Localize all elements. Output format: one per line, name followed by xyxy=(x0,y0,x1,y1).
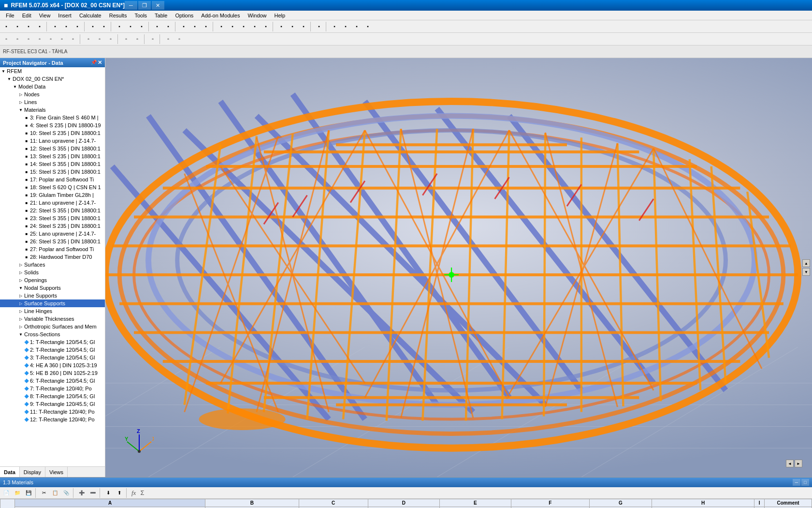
tree-item-cs8[interactable]: 🔷8: T-Rectangle 120/54.5; Gl xyxy=(0,392,105,400)
tree-item-model[interactable]: ▼Model Data xyxy=(0,83,105,90)
menu-item-options[interactable]: Options xyxy=(171,11,197,20)
toolbar2-btn-view-back[interactable]: ▫ xyxy=(12,34,23,45)
toolbar-btn-cut[interactable]: ▪ xyxy=(50,21,60,32)
toolbar-btn-node[interactable]: ▪ xyxy=(227,21,238,32)
tree-item-mat21[interactable]: ■21: Lano upravene | Z-14.7- xyxy=(0,199,105,207)
toolbar-btn-first[interactable]: ▪ xyxy=(351,21,362,32)
nav-tab-views[interactable]: Views xyxy=(45,467,68,477)
tree-item-cross_sec[interactable]: ▼Cross-Sections xyxy=(0,330,105,338)
tree-item-rfem[interactable]: ▼RFEM xyxy=(0,67,105,75)
menu-item-file[interactable]: File xyxy=(2,11,18,20)
viewport-next-btn[interactable]: ► xyxy=(795,460,802,467)
tree-item-mat22[interactable]: ■22: Steel S 355 | DIN 18800:1 xyxy=(0,207,105,214)
tree-item-mat3[interactable]: ■3: Fine Grain Steel S 460 M | xyxy=(0,114,105,121)
toolbar2-btn-view-top[interactable]: ▫ xyxy=(45,34,56,45)
col-header-I[interactable]: I xyxy=(754,499,765,507)
tb-cut[interactable]: ✂ xyxy=(39,488,49,498)
toolbar-btn-zoom-out[interactable]: ▪ xyxy=(125,21,136,32)
toolbar-btn-line-load[interactable]: ▪ xyxy=(287,21,298,32)
nav-tab-display[interactable]: Display xyxy=(20,467,45,477)
toolbar2-btn-display-node-numbers[interactable]: ▫ xyxy=(121,34,131,45)
toolbar2-btn-view-bottom[interactable]: ▫ xyxy=(57,34,67,45)
tree-item-mat27[interactable]: ■27: Poplar and Softwood Ti xyxy=(0,245,105,253)
toolbar2-btn-snap-midpoint[interactable]: ▫ xyxy=(105,34,116,45)
toolbar-btn-open[interactable]: ▪ xyxy=(12,21,23,32)
tree-item-surface_sup[interactable]: ▷Surface Supports xyxy=(0,299,105,307)
tree-item-surfaces[interactable]: ▷Surfaces xyxy=(0,261,105,269)
tree-item-cs4[interactable]: 🔷4: HE A 360 | DIN 1025-3:19 xyxy=(0,361,105,369)
toolbar-btn-pan[interactable]: ▪ xyxy=(163,21,174,32)
menu-item-view[interactable]: View xyxy=(35,11,55,20)
toolbar2-btn-prev-view[interactable]: ▫ xyxy=(163,34,174,45)
menu-item-window[interactable]: Window xyxy=(244,11,270,20)
menu-item-results[interactable]: Results xyxy=(105,11,131,20)
nav-close-icon[interactable]: ✕ xyxy=(98,60,102,66)
toolbar-btn-zoom-in[interactable]: ▪ xyxy=(114,21,125,32)
tb-save[interactable]: 💾 xyxy=(23,488,34,498)
tree-item-cs12[interactable]: 🔷12: T-Rectangle 120/40; Po xyxy=(0,416,105,423)
menu-item-calculate[interactable]: Calculate xyxy=(75,11,105,20)
tree-item-mat26[interactable]: ■26: Steel S 235 | DIN 18800:1 xyxy=(0,238,105,245)
toolbar-btn-new[interactable]: ▪ xyxy=(1,21,12,32)
toolbar-btn-select[interactable]: ▪ xyxy=(216,21,227,32)
tree-item-mat13[interactable]: ■13: Steel S 235 | DIN 18800:1 xyxy=(0,152,105,160)
tree-item-cs1[interactable]: 🔷1: T-Rectangle 120/54.5; Gl xyxy=(0,338,105,346)
tree-item-mat25[interactable]: ■25: Lano upravene | Z-14.7- xyxy=(0,230,105,238)
col-header-comment[interactable]: Comment xyxy=(765,499,812,507)
close-button[interactable]: ✕ xyxy=(152,1,164,10)
toolbar-btn-zoom-all[interactable]: ▪ xyxy=(136,21,147,32)
col-header-H[interactable]: H xyxy=(652,499,754,507)
toolbar-btn-member[interactable]: ▪ xyxy=(249,21,260,32)
menu-item-edit[interactable]: Edit xyxy=(18,11,35,20)
tb-export[interactable]: ⬆ xyxy=(114,488,125,498)
tree-item-mat12[interactable]: ■12: Steel S 355 | DIN 18800:1 xyxy=(0,145,105,152)
toolbar-btn-run[interactable]: ▪ xyxy=(314,21,324,32)
tree-item-cs9[interactable]: 🔷9: T-Rectangle 120/45.5; Gl xyxy=(0,400,105,408)
scroll-up-btn[interactable]: ▲ xyxy=(802,259,810,267)
col-header-no[interactable] xyxy=(0,499,15,508)
panel-restore-btn[interactable]: □ xyxy=(801,479,809,486)
toolbar-btn-undo[interactable]: ▪ xyxy=(87,21,98,32)
col-header-A[interactable]: A xyxy=(15,499,205,507)
restore-button[interactable]: ❐ xyxy=(138,1,151,10)
tree-item-cs6[interactable]: 🔷6: T-Rectangle 120/54.5; Gl xyxy=(0,377,105,385)
tree-item-project[interactable]: ▼DOX 02_00 CSN EN* xyxy=(0,75,105,83)
toolbar-btn-prev[interactable]: ▪ xyxy=(329,21,340,32)
tb-copy[interactable]: 📋 xyxy=(50,488,60,498)
menu-item-tools[interactable]: Tools xyxy=(130,11,151,20)
toolbar-btn-wireframe[interactable]: ▪ xyxy=(178,21,189,32)
toolbar-btn-surface-load[interactable]: ▪ xyxy=(298,21,309,32)
tb-add[interactable]: ➕ xyxy=(76,488,87,498)
col-header-B[interactable]: B xyxy=(205,499,299,507)
tree-item-mat28[interactable]: ■28: Hardwood Timber D70 xyxy=(0,253,105,261)
tree-item-cs5[interactable]: 🔷5: HE B 260 | DIN 1025-2:19 xyxy=(0,369,105,377)
tree-item-mat19[interactable]: ■19: Glulam Timber GL28h | xyxy=(0,191,105,199)
tb-delete[interactable]: ➖ xyxy=(87,488,98,498)
tb-paste[interactable]: 📎 xyxy=(61,488,72,498)
tree-item-solids[interactable]: ▷Solids xyxy=(0,269,105,276)
toolbar-btn-line[interactable]: ▪ xyxy=(238,21,249,32)
tree-item-nodal_sup[interactable]: ▼Nodal Supports xyxy=(0,284,105,292)
tree-item-mat23[interactable]: ■23: Steel S 355 | DIN 18800:1 xyxy=(0,214,105,222)
scroll-down-btn[interactable]: ▼ xyxy=(802,268,810,276)
tree-item-mat14[interactable]: ■14: Steel S 355 | DIN 18800:1 xyxy=(0,160,105,168)
toolbar-btn-point-load[interactable]: ▪ xyxy=(276,21,287,32)
toolbar-btn-redo[interactable]: ▪ xyxy=(99,21,109,32)
tb-import[interactable]: ⬇ xyxy=(103,488,114,498)
toolbar2-btn-snap-node[interactable]: ▫ xyxy=(94,34,105,45)
tb-new[interactable]: 📄 xyxy=(1,488,12,498)
toolbar-btn-render[interactable]: ▪ xyxy=(201,21,211,32)
panel-minimize-btn[interactable]: ─ xyxy=(793,479,800,486)
tree-item-mat18[interactable]: ■18: Steel S 620 Q | CSN EN 1 xyxy=(0,183,105,191)
tree-item-cs7[interactable]: 🔷7: T-Rectangle 120/40; Po xyxy=(0,385,105,392)
tree-item-mat10[interactable]: ■10: Steel S 235 | DIN 18800:1 xyxy=(0,129,105,137)
menu-item-table[interactable]: Table xyxy=(151,11,171,20)
toolbar-btn-save[interactable]: ▪ xyxy=(23,21,34,32)
tree-item-materials[interactable]: ▼Materials xyxy=(0,106,105,114)
tree-item-ortho[interactable]: ▷Orthotropic Surfaces and Mem xyxy=(0,323,105,330)
minimize-button[interactable]: ─ xyxy=(125,1,137,10)
tree-item-line_sup[interactable]: ▷Line Supports xyxy=(0,292,105,299)
toolbar-btn-paste[interactable]: ▪ xyxy=(72,21,83,32)
tree-item-mat24[interactable]: ■24: Steel S 235 | DIN 18800:1 xyxy=(0,222,105,230)
nav-tab-data[interactable]: Data xyxy=(0,467,20,477)
